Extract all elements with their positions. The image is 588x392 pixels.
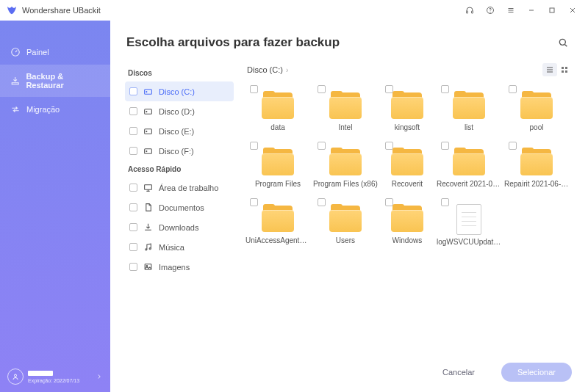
folder-icon bbox=[329, 91, 362, 120]
side-nav-footer[interactable]: Expiração: 2022/07/13 bbox=[0, 363, 110, 392]
content: Escolha arquivos para fazer backup Disco… bbox=[110, 21, 588, 392]
checkbox[interactable] bbox=[509, 142, 517, 150]
quick-access-item[interactable]: Área de trabalho bbox=[125, 178, 234, 197]
list-view-icon[interactable] bbox=[542, 63, 557, 76]
qa-label: Documentos bbox=[159, 203, 204, 212]
content-header: Escolha arquivos para fazer backup bbox=[110, 21, 588, 59]
chevron-right-icon: › bbox=[286, 66, 288, 74]
checkbox[interactable] bbox=[441, 198, 449, 206]
svg-rect-1 bbox=[472, 11, 473, 13]
svg-rect-0 bbox=[467, 11, 468, 13]
svg-point-9 bbox=[146, 92, 147, 92]
menu-icon[interactable] bbox=[501, 3, 520, 18]
checkbox[interactable] bbox=[129, 243, 137, 251]
checkbox[interactable] bbox=[129, 263, 137, 271]
minimize-icon[interactable] bbox=[522, 3, 541, 18]
checkbox[interactable] bbox=[441, 85, 449, 93]
file-item[interactable]: Users bbox=[313, 197, 378, 252]
nav-label: Backup & Restaurar bbox=[26, 72, 100, 90]
select-button[interactable]: Selecionar bbox=[501, 363, 572, 382]
checkbox[interactable] bbox=[250, 85, 258, 93]
checkbox[interactable] bbox=[129, 147, 137, 155]
file-item[interactable]: Program Files (x86) bbox=[313, 140, 378, 194]
folder-icon bbox=[329, 204, 362, 233]
file-item[interactable]: Repairit 2021-06-1... bbox=[504, 140, 569, 194]
close-icon[interactable] bbox=[563, 3, 582, 18]
disk-item[interactable]: Disco (C:) bbox=[125, 81, 234, 101]
folder-icon bbox=[453, 91, 485, 120]
search-icon[interactable] bbox=[554, 34, 572, 51]
app-title: Wondershare UBackit bbox=[22, 6, 101, 15]
checkbox[interactable] bbox=[129, 107, 137, 115]
file-item[interactable]: list bbox=[437, 84, 501, 137]
app-logo-icon bbox=[6, 4, 18, 16]
file-item[interactable]: Recoverit bbox=[381, 140, 434, 194]
svg-point-3 bbox=[490, 12, 491, 12]
file-item[interactable]: Program Files bbox=[245, 140, 310, 194]
quick-access-item[interactable]: Documentos bbox=[125, 197, 234, 217]
quick-access-item[interactable]: Imagens bbox=[125, 257, 234, 277]
file-item[interactable]: data bbox=[245, 84, 310, 137]
qa-label: Área de trabalho bbox=[159, 184, 218, 192]
grid-view-icon[interactable] bbox=[557, 63, 572, 76]
disk-item[interactable]: Disco (D:) bbox=[125, 101, 234, 121]
file-icon bbox=[456, 204, 481, 235]
file-name: Repairit 2021-06-1... bbox=[504, 180, 569, 188]
checkbox[interactable] bbox=[509, 85, 517, 93]
nav-label: Migração bbox=[26, 105, 60, 114]
disks-section-label: Discos bbox=[128, 69, 234, 77]
maximize-icon[interactable] bbox=[542, 3, 562, 18]
checkbox[interactable] bbox=[129, 127, 137, 135]
checkbox[interactable] bbox=[318, 142, 326, 150]
svg-point-11 bbox=[146, 112, 147, 112]
nav-item-migracao[interactable]: Migração bbox=[0, 97, 110, 122]
file-name: Users bbox=[336, 236, 355, 244]
nav-item-backup[interactable]: Backup & Restaurar bbox=[0, 65, 110, 97]
cancel-button[interactable]: Cancelar bbox=[426, 363, 491, 382]
quick-access-label: Acesso Rápido bbox=[128, 165, 234, 173]
nav-list: Painel Backup & Restaurar Migração bbox=[0, 21, 110, 363]
disk-label: Disco (C:) bbox=[159, 87, 195, 96]
disk-label: Disco (D:) bbox=[159, 107, 195, 116]
source-panel: Discos Disco (C:)Disco (D:)Disco (E:)Dis… bbox=[125, 59, 234, 355]
file-item[interactable]: logWSVCUUpdate... bbox=[437, 197, 501, 252]
title-bar: Wondershare UBackit bbox=[0, 0, 588, 21]
checkbox[interactable] bbox=[250, 142, 258, 150]
breadcrumb[interactable]: Disco (C:) › bbox=[247, 65, 542, 74]
file-name: pool bbox=[530, 123, 544, 131]
file-name: Program Files bbox=[255, 180, 301, 188]
file-item[interactable]: kingsoft bbox=[381, 84, 434, 137]
file-item[interactable]: pool bbox=[504, 84, 569, 137]
checkbox[interactable] bbox=[129, 223, 137, 231]
quick-access-item[interactable]: Música bbox=[125, 237, 234, 257]
svg-point-15 bbox=[146, 151, 147, 152]
checkbox[interactable] bbox=[250, 198, 258, 206]
nav-item-painel[interactable]: Painel bbox=[0, 40, 110, 65]
folder-icon bbox=[262, 148, 294, 177]
checkbox[interactable] bbox=[129, 184, 137, 192]
avatar bbox=[7, 369, 24, 385]
checkbox[interactable] bbox=[129, 87, 137, 95]
help-icon[interactable] bbox=[481, 3, 500, 18]
checkbox[interactable] bbox=[129, 203, 137, 211]
disk-item[interactable]: Disco (F:) bbox=[125, 141, 234, 161]
checkbox[interactable] bbox=[441, 142, 449, 150]
file-item[interactable]: UniAccessAgentD... bbox=[245, 197, 310, 252]
quick-access-item[interactable]: Downloads bbox=[125, 217, 234, 237]
title-bar-right bbox=[460, 3, 582, 18]
file-item[interactable]: Windows bbox=[381, 197, 434, 252]
dashboard-icon bbox=[10, 47, 21, 57]
checkbox[interactable] bbox=[318, 198, 326, 206]
file-item[interactable]: Recoverit 2021-06-... bbox=[437, 140, 501, 194]
main: Painel Backup & Restaurar Migração Expir… bbox=[0, 21, 588, 392]
file-item[interactable]: Intel bbox=[313, 84, 378, 137]
footer: Cancelar Selecionar bbox=[110, 355, 588, 392]
svg-rect-12 bbox=[145, 129, 152, 134]
checkbox[interactable] bbox=[318, 85, 326, 93]
qa-label: Imagens bbox=[159, 263, 190, 272]
headphones-icon[interactable] bbox=[460, 3, 479, 18]
svg-rect-16 bbox=[145, 185, 152, 190]
migrate-icon bbox=[10, 104, 21, 115]
qa-label: Música bbox=[159, 243, 184, 252]
disk-item[interactable]: Disco (E:) bbox=[125, 121, 234, 141]
